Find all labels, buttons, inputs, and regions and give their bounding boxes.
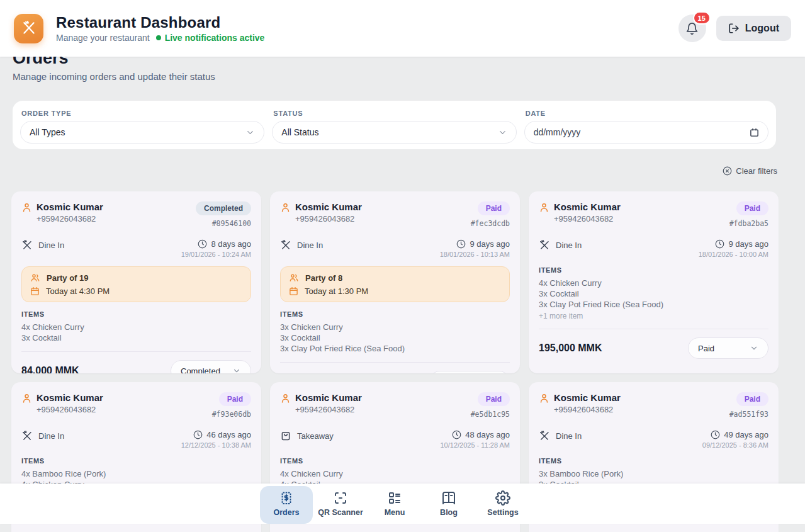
order-card: Kosmic Kumar +959426043682 Paid #fec3dcd… bbox=[270, 191, 520, 373]
order-type-label: Dine In bbox=[297, 241, 323, 250]
person-icon bbox=[21, 202, 32, 213]
nav-label: QR Scanner bbox=[318, 508, 363, 517]
clear-filters-button[interactable]: Clear filters bbox=[723, 166, 777, 176]
time-ago: 9 days ago bbox=[728, 239, 768, 249]
order-type-select[interactable]: All Types bbox=[20, 121, 264, 144]
customer-name: Kosmic Kumar bbox=[554, 392, 621, 403]
customer-phone: +959426043682 bbox=[37, 405, 103, 414]
menu-list-icon bbox=[387, 490, 402, 506]
customer-phone: +959426043682 bbox=[295, 214, 362, 224]
clock-icon bbox=[452, 430, 461, 439]
live-status-text: Live notifications active bbox=[165, 33, 265, 43]
customer-name: Kosmic Kumar bbox=[295, 201, 362, 212]
order-item: 3x Cocktail bbox=[280, 332, 510, 343]
order-item: 3x Cocktail bbox=[21, 332, 251, 343]
status-filter-label: STATUS bbox=[272, 110, 516, 117]
utensils-icon bbox=[21, 430, 33, 441]
qr-scan-icon bbox=[333, 490, 348, 506]
clear-filters-label: Clear filters bbox=[736, 166, 777, 176]
calendar-icon bbox=[30, 286, 40, 296]
divider bbox=[539, 329, 768, 329]
order-total: 84,000 MMK bbox=[21, 365, 79, 373]
order-item: 4x Chicken Curry bbox=[280, 468, 510, 479]
notifications-button[interactable]: 15 bbox=[678, 14, 706, 42]
items-label: ITEMS bbox=[280, 310, 510, 318]
order-id: #e5db1c95 bbox=[471, 410, 510, 419]
notification-count-badge: 15 bbox=[693, 11, 711, 25]
crossed-utensils-icon bbox=[21, 20, 37, 37]
order-item: 4x Chicken Curry bbox=[21, 322, 251, 332]
order-type-label: Dine In bbox=[38, 241, 64, 250]
divider bbox=[280, 362, 510, 363]
items-list: 3x Chicken Curry3x Cocktail3x Clay Pot F… bbox=[280, 322, 510, 354]
party-size: Party of 19 bbox=[47, 273, 88, 283]
orders-receipt-icon bbox=[279, 490, 294, 506]
app-subtitle: Manage your restaurant bbox=[56, 33, 150, 43]
items-label: ITEMS bbox=[21, 310, 251, 318]
customer-name: Kosmic Kumar bbox=[37, 392, 103, 403]
person-icon bbox=[539, 393, 549, 404]
customer-phone: +959426043682 bbox=[37, 214, 103, 224]
date-input[interactable]: dd/mm/yyyy bbox=[524, 121, 768, 144]
logout-button[interactable]: Logout bbox=[716, 16, 791, 41]
status-badge: Paid bbox=[478, 201, 510, 215]
logout-icon bbox=[728, 23, 740, 34]
items-label: ITEMS bbox=[280, 457, 510, 465]
order-total: 195,000 MMK bbox=[539, 342, 602, 354]
status-select[interactable]: All Status bbox=[272, 121, 516, 144]
reservation-time: Today at 1:30 PM bbox=[305, 286, 368, 296]
takeaway-bag-icon bbox=[280, 430, 291, 441]
status-badge: Paid bbox=[736, 392, 768, 406]
order-id: #89546100 bbox=[212, 219, 251, 228]
order-type-value: All Types bbox=[30, 127, 65, 137]
order-status-select[interactable]: Paid bbox=[429, 371, 510, 373]
order-item: 3x Clay Pot Fried Rice (Sea Food) bbox=[539, 299, 768, 310]
calendar-icon[interactable] bbox=[750, 128, 759, 137]
order-id: #ad551f93 bbox=[729, 410, 768, 419]
logout-label: Logout bbox=[745, 23, 779, 34]
status-value: All Status bbox=[281, 127, 318, 137]
nav-item-blog[interactable]: Blog bbox=[422, 486, 475, 524]
person-icon bbox=[21, 393, 32, 404]
reservation-box: Party of 8 Today at 1:30 PM bbox=[280, 266, 510, 302]
order-status-select[interactable]: Completed bbox=[171, 360, 251, 373]
reservation-time: Today at 4:30 PM bbox=[46, 286, 110, 296]
nav-item-qr-scanner[interactable]: QR Scanner bbox=[314, 486, 367, 524]
nav-item-orders[interactable]: Orders bbox=[260, 486, 313, 524]
utensils-icon bbox=[280, 239, 291, 251]
customer-name: Kosmic Kumar bbox=[295, 392, 362, 403]
person-icon bbox=[539, 202, 549, 213]
order-item: 3x Clay Pot Fried Rice (Sea Food) bbox=[280, 343, 510, 354]
order-datetime: 18/01/2026 - 10:13 AM bbox=[440, 251, 510, 258]
utensils-icon bbox=[539, 430, 550, 441]
order-card: Kosmic Kumar +959426043682 Paid #fdba2ba… bbox=[529, 191, 779, 373]
calendar-icon bbox=[289, 286, 298, 296]
page-subtitle: Manage incoming orders and update their … bbox=[13, 71, 215, 82]
clock-icon bbox=[715, 239, 724, 249]
nav-item-menu[interactable]: Menu bbox=[368, 486, 421, 524]
order-item: 3x Cocktail bbox=[539, 288, 768, 299]
nav-item-settings[interactable]: Settings bbox=[476, 486, 529, 524]
status-badge: Completed bbox=[196, 201, 251, 215]
order-datetime: 10/12/2025 - 11:28 AM bbox=[441, 441, 510, 449]
order-datetime: 12/12/2025 - 10:38 AM bbox=[181, 441, 251, 449]
status-badge: Paid bbox=[478, 392, 510, 406]
time-ago: 48 days ago bbox=[465, 430, 510, 439]
items-list: 4x Chicken Curry3x Cocktail3x Clay Pot F… bbox=[539, 278, 768, 310]
items-label: ITEMS bbox=[539, 457, 768, 465]
status-badge: Paid bbox=[736, 201, 768, 215]
utensils-icon bbox=[539, 239, 550, 251]
settings-gear-icon bbox=[495, 490, 510, 506]
orders-grid: Kosmic Kumar +959426043682 Completed #89… bbox=[11, 191, 779, 532]
order-type-label: Dine In bbox=[38, 431, 64, 441]
x-circle-icon bbox=[723, 166, 732, 176]
order-status-value: Paid bbox=[698, 344, 714, 353]
chevron-down-icon bbox=[498, 128, 507, 137]
order-id: #fdba2ba5 bbox=[729, 219, 768, 228]
bottom-navigation: OrdersQR ScannerMenuBlogSettings bbox=[0, 484, 805, 524]
order-id: #fec3dcdb bbox=[471, 219, 510, 228]
order-status-select[interactable]: Paid bbox=[688, 337, 768, 359]
person-icon bbox=[280, 202, 291, 213]
order-item: 4x Chicken Curry bbox=[539, 278, 768, 288]
order-card: Kosmic Kumar +959426043682 Completed #89… bbox=[11, 191, 261, 373]
